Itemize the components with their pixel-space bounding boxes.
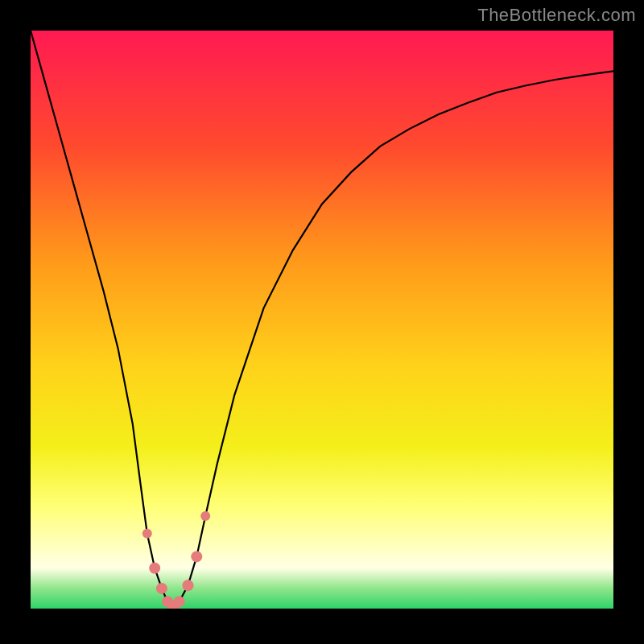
marker-dot [156, 583, 167, 594]
marker-dot [142, 529, 152, 539]
marker-dot [183, 580, 194, 591]
attribution-text: TheBottleneck.com [477, 5, 636, 26]
chart-frame: TheBottleneck.com [0, 0, 644, 644]
marker-dot [191, 551, 202, 562]
marker-dot [200, 511, 210, 521]
marker-dot [174, 596, 185, 607]
bottleneck-chart [0, 0, 644, 644]
marker-dot [149, 563, 160, 574]
plot-background [31, 31, 613, 609]
